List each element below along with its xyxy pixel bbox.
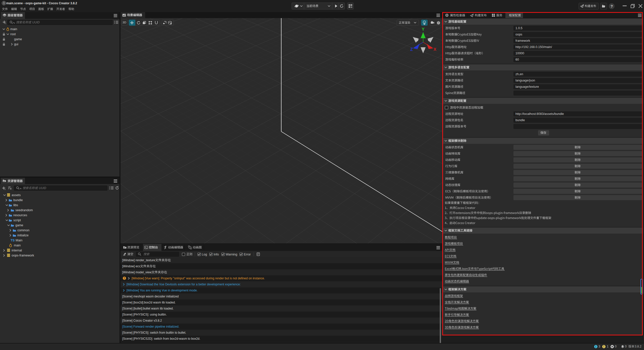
svg-text:Z: Z (410, 47, 413, 52)
svg-text:Y: Y (422, 27, 425, 32)
svg-text:X: X (433, 47, 436, 52)
svg-text:?: ? (611, 4, 613, 8)
